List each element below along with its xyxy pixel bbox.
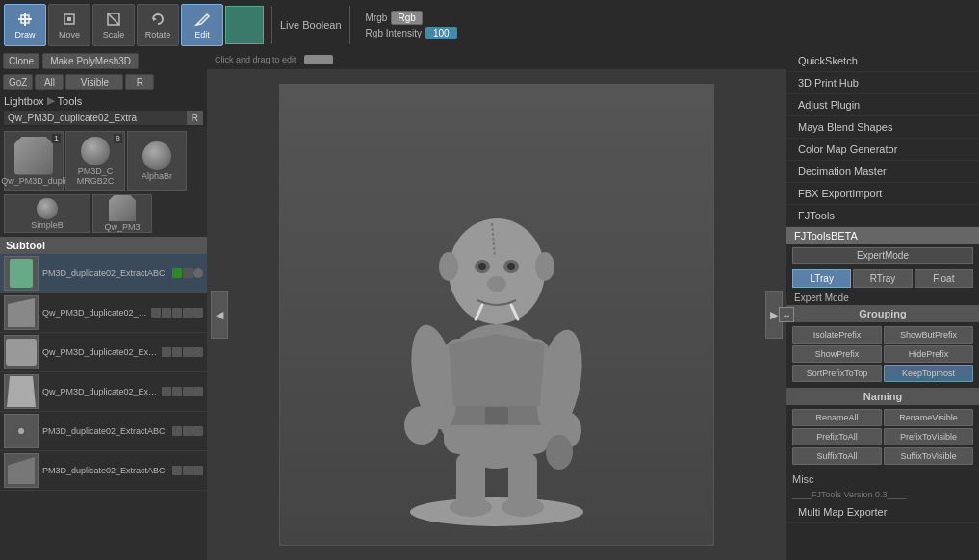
- sort-prefix-button[interactable]: SortPrefixToTop: [792, 365, 882, 382]
- si-5c: [193, 466, 203, 475]
- suffix-to-visible-button[interactable]: SuffixToVisible: [884, 447, 973, 465]
- subtool-shape-1: [8, 298, 35, 327]
- si-5a: [172, 466, 182, 475]
- make-polymesh-button[interactable]: Make PolyMesh3D: [42, 53, 139, 69]
- brush-thumb-2[interactable]: 8 PM3D_C MRGB2C: [65, 131, 125, 191]
- plugin-row: Qw_PM3D_duplicate02_Extra R: [0, 109, 207, 127]
- svg-point-24: [502, 497, 544, 517]
- grouping-row-2: ShowPrefix HidePrefix: [792, 345, 973, 363]
- menu-decimation[interactable]: Decimation Master: [786, 161, 979, 183]
- menu-maya[interactable]: Maya Blend Shapes: [786, 116, 979, 139]
- svg-point-18: [404, 406, 439, 445]
- rotate-icon: [149, 11, 167, 28]
- menu-adjust[interactable]: Adjust Plugin: [786, 94, 979, 116]
- canvas-main[interactable]: ◀: [207, 69, 786, 560]
- brush-area: 1 Qw_PM3D_dupli 8 PM3D_C MRGB2C AlphaBr …: [0, 127, 207, 237]
- draw-tool-button[interactable]: Draw: [4, 4, 46, 46]
- subtool-item-4[interactable]: PM3D_duplicate02_ExtractABC: [0, 412, 207, 451]
- brush-name-2: PM3D_C MRGB2C: [66, 166, 124, 186]
- goz-button[interactable]: GoZ: [3, 74, 33, 90]
- menu-fjtools[interactable]: FJTools: [786, 205, 979, 227]
- right-panel: QuickSketch 3D Print Hub Adjust Plugin M…: [786, 50, 979, 560]
- canvas-left-arrow[interactable]: ◀: [211, 291, 228, 339]
- subtool-item-0[interactable]: PM3D_duplicate02_ExtractABC: [0, 254, 207, 293]
- subtool-thumb-0: [4, 256, 39, 291]
- plugin-r-button[interactable]: R: [187, 111, 203, 125]
- teal-mode-box[interactable]: [225, 6, 264, 44]
- brush-sphere-3: [142, 141, 171, 170]
- brush-badge-1: 1: [52, 134, 61, 143]
- prefix-to-visible-button[interactable]: PrefixToVisible: [884, 428, 973, 445]
- subtool-item-3[interactable]: Qw_PM3D_duplicate02_Extract: [0, 372, 207, 412]
- subtool-shape-2: [6, 339, 37, 366]
- menu-colormap[interactable]: Color Map Generator: [786, 139, 979, 161]
- lightbox-row: Lightbox ▶ Tools: [0, 92, 207, 109]
- svg-point-29: [487, 276, 506, 292]
- model-canvas[interactable]: [279, 84, 714, 546]
- svg-point-9: [410, 497, 583, 526]
- rename-all-button[interactable]: RenameAll: [792, 409, 882, 426]
- rename-visible-button[interactable]: RenameVisible: [884, 409, 973, 426]
- subtool-list[interactable]: PM3D_duplicate02_ExtractABC Qw_PM3D_dupl…: [0, 254, 207, 560]
- subtool-item-1[interactable]: Qw_PM3D_duplicate02_Extract: [0, 293, 207, 333]
- brush-sphere-alpha: [37, 198, 58, 219]
- float-button[interactable]: Float: [915, 269, 973, 288]
- brush-thumb-qw[interactable]: Qw_PM3: [92, 194, 152, 233]
- brush-thumb-alpha[interactable]: SimpleB: [4, 194, 90, 233]
- si-2b: [172, 347, 182, 357]
- subtool-name-2: Qw_PM3D_duplicate02_Extract: [42, 347, 158, 357]
- expert-mode-label: Expert Mode: [786, 291, 979, 305]
- menu-3dprint[interactable]: 3D Print Hub: [786, 72, 979, 94]
- subtool-item-5[interactable]: PM3D_duplicate02_ExtractABC: [0, 451, 207, 491]
- move-tool-button[interactable]: Move: [48, 4, 90, 46]
- tool-group-left: Draw Move Scale: [4, 4, 264, 46]
- version-row: ____FJTools Version 0.3____: [786, 488, 979, 501]
- scale-icon: [105, 11, 122, 28]
- brush-thumb-3[interactable]: AlphaBr: [127, 131, 187, 191]
- fjtoolsbeta-header[interactable]: FJToolsBETA: [786, 227, 979, 244]
- naming-section: RenameAll RenameVisible PrefixToAll Pref…: [786, 405, 979, 471]
- visible-button[interactable]: Visible: [65, 74, 123, 90]
- live-boolean-group: Live Boolean: [280, 19, 342, 31]
- naming-header: Naming: [786, 388, 979, 405]
- rotate-tool-button[interactable]: Rotate: [137, 4, 179, 46]
- si-2a: [162, 347, 171, 357]
- show-prefix-button[interactable]: ShowPrefix: [792, 345, 882, 363]
- rgb-intensity-value[interactable]: 100: [425, 27, 457, 39]
- rtray-button[interactable]: RTray: [853, 269, 912, 288]
- suffix-to-all-button[interactable]: SuffixToAll: [792, 447, 882, 465]
- naming-row-2: PrefixToAll PrefixToVisible: [792, 428, 973, 445]
- rgb-button[interactable]: Rgb: [391, 11, 422, 25]
- keep-topmost-button[interactable]: KeepTopmost: [884, 365, 973, 382]
- clone-button[interactable]: Clone: [3, 53, 39, 69]
- all-button[interactable]: All: [35, 74, 64, 90]
- show-but-prefix-button[interactable]: ShowButPrefix: [884, 326, 973, 344]
- draw-icon: [16, 11, 34, 28]
- canvas-top-bar: Click and drag to edit: [207, 50, 786, 69]
- tools-button[interactable]: Tools: [58, 95, 83, 107]
- menu-quicksketch[interactable]: QuickSketch: [786, 50, 979, 72]
- expert-mode-button[interactable]: ExpertMode: [792, 247, 973, 264]
- scale-tool-button[interactable]: Scale: [92, 4, 135, 46]
- prefix-to-all-button[interactable]: PrefixToAll: [792, 428, 882, 445]
- si-4b: [183, 426, 193, 436]
- resize-handle[interactable]: ↔: [779, 307, 794, 322]
- subtool-thumb-5: [4, 453, 39, 488]
- canvas-hint: Click and drag to edit: [215, 55, 296, 64]
- lightbox-button[interactable]: Lightbox: [4, 95, 44, 107]
- svg-rect-30: [485, 407, 508, 424]
- subtool-icons-2: [162, 347, 203, 357]
- multi-map-exporter[interactable]: Multi Map Exporter: [786, 501, 979, 523]
- brush-thumb-1[interactable]: 1 Qw_PM3D_dupli: [4, 131, 64, 191]
- isolate-prefix-button[interactable]: IsolatePrefix: [792, 326, 882, 344]
- edit-tool-button[interactable]: Edit: [181, 4, 223, 46]
- menu-fbx[interactable]: FBX ExportImport: [786, 183, 979, 205]
- si-3a: [162, 387, 171, 396]
- mode-row: LTray RTray Float: [786, 267, 979, 291]
- rgb-bottom-row: Rgb Intensity 100: [366, 27, 457, 39]
- r-button[interactable]: R: [125, 74, 154, 90]
- ltray-button[interactable]: LTray: [792, 269, 851, 288]
- subtool-header[interactable]: Subtool: [0, 237, 207, 254]
- hide-prefix-button[interactable]: HidePrefix: [884, 345, 973, 363]
- subtool-item-2[interactable]: Qw_PM3D_duplicate02_Extract: [0, 333, 207, 372]
